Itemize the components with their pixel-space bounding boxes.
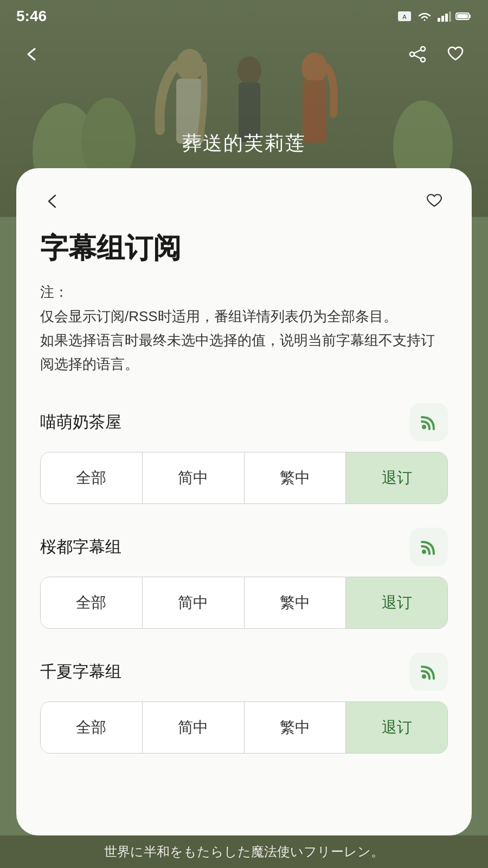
svg-text:A: A — [402, 14, 407, 20]
group-3-options: 全部 简中 繁中 退订 — [40, 701, 448, 754]
group-3-header: 千夏字幕组 — [40, 653, 448, 691]
group-2-option-all[interactable]: 全部 — [41, 577, 143, 628]
svg-point-22 — [421, 58, 425, 62]
status-time: 5:46 — [16, 8, 47, 25]
subtitle-group-3: 千夏字幕组 全部 简中 繁中 退订 — [40, 653, 448, 754]
group-3-option-all[interactable]: 全部 — [41, 702, 143, 753]
svg-rect-18 — [469, 15, 471, 18]
share-button-bg[interactable] — [401, 38, 434, 71]
modal-header — [16, 168, 472, 226]
wifi-icon — [416, 10, 433, 22]
nav-right-actions — [401, 38, 472, 71]
modal-note: 注： 仅会显示订阅/RSS时适用，番组详情列表仍为全部条目。 如果选择语言时最终… — [40, 280, 448, 376]
note-line1: 仅会显示订阅/RSS时适用，番组详情列表仍为全部条目。 — [40, 308, 397, 324]
group-3-name: 千夏字幕组 — [40, 661, 121, 683]
sim-icon: A — [397, 10, 412, 22]
battery-icon — [455, 11, 472, 21]
modal-body: 字幕组订阅 注： 仅会显示订阅/RSS时适用，番组详情列表仍为全部条目。 如果选… — [16, 226, 472, 835]
svg-point-25 — [422, 425, 426, 429]
svg-point-26 — [422, 550, 426, 554]
group-1-option-simplified[interactable]: 简中 — [143, 452, 245, 503]
note-label: 注： — [40, 284, 68, 300]
top-nav-bar — [0, 33, 488, 76]
svg-point-20 — [421, 47, 425, 51]
group-2-option-traditional[interactable]: 繁中 — [245, 577, 346, 628]
status-bar: 5:46 A — [0, 0, 488, 33]
svg-rect-13 — [438, 18, 440, 22]
bottom-text-bar: 世界に半和をもたらした魔法使いフリーレン。 — [0, 835, 488, 868]
group-2-name: 桜都字幕组 — [40, 536, 121, 558]
bottom-text: 世界に半和をもたらした魔法使いフリーレン。 — [104, 843, 384, 860]
svg-rect-14 — [441, 16, 444, 22]
signal-icon — [437, 10, 451, 22]
group-3-option-simplified[interactable]: 简中 — [143, 702, 245, 753]
group-2-header: 桜都字幕组 — [40, 528, 448, 566]
page-title-background: 葬送的芙莉莲 — [0, 130, 488, 157]
svg-rect-16 — [449, 11, 451, 22]
group-2-option-simplified[interactable]: 简中 — [143, 577, 245, 628]
note-line2: 如果选择语言时最终未选中选择的值，说明当前字幕组不支持订阅选择的语言。 — [40, 332, 435, 372]
group-3-option-unsubscribe[interactable]: 退订 — [346, 702, 447, 753]
modal-back-button[interactable] — [40, 188, 67, 215]
group-1-option-traditional[interactable]: 繁中 — [245, 452, 346, 503]
subtitle-group-2: 桜都字幕组 全部 简中 繁中 退订 — [40, 528, 448, 629]
svg-line-24 — [414, 55, 421, 59]
back-button-bg[interactable] — [16, 38, 49, 71]
modal-title: 字幕组订阅 — [40, 231, 448, 265]
favorite-button-bg[interactable] — [439, 38, 472, 71]
group-3-rss-button[interactable] — [410, 653, 448, 691]
svg-point-21 — [410, 52, 414, 56]
modal-card: 字幕组订阅 注： 仅会显示订阅/RSS时适用，番组详情列表仍为全部条目。 如果选… — [16, 168, 472, 835]
svg-rect-15 — [445, 14, 448, 22]
svg-rect-19 — [457, 14, 468, 18]
group-1-options: 全部 简中 繁中 退订 — [40, 452, 448, 504]
modal-favorite-button[interactable] — [421, 188, 448, 215]
group-3-option-traditional[interactable]: 繁中 — [245, 702, 346, 753]
group-1-option-unsubscribe[interactable]: 退订 — [346, 452, 447, 503]
group-1-option-all[interactable]: 全部 — [41, 452, 143, 503]
group-2-option-unsubscribe[interactable]: 退订 — [346, 577, 447, 628]
subtitle-group-1: 喵萌奶茶屋 全部 简中 繁中 退订 — [40, 403, 448, 504]
svg-line-23 — [414, 50, 421, 53]
svg-point-27 — [422, 674, 426, 679]
status-icons: A — [397, 10, 472, 22]
group-1-name: 喵萌奶茶屋 — [40, 411, 121, 433]
group-1-rss-button[interactable] — [410, 403, 448, 441]
group-2-options: 全部 简中 繁中 退订 — [40, 577, 448, 629]
group-1-header: 喵萌奶茶屋 — [40, 403, 448, 441]
group-2-rss-button[interactable] — [410, 528, 448, 566]
